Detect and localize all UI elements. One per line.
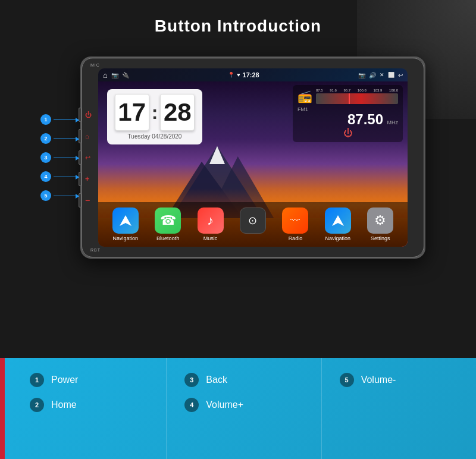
info-col-2: 3 Back 4 Volume+ [167,358,321,459]
red-strip [0,358,5,459]
clock-hours: 17 [115,94,149,131]
app-radio-label: Radio [289,235,303,241]
signal-icon: ♥ [237,72,240,78]
cam-icon: 📷 [358,72,365,78]
info-num-5: 5 [340,373,354,387]
info-row-volup: 4 Volume+ [184,398,303,412]
info-label-home: Home [51,400,77,410]
button-label-1: 1 [40,114,79,125]
app-music-label: Music [203,235,218,241]
close-icon: ✕ [380,72,384,78]
camera-icon: 📷 [111,72,118,78]
info-row-home: 2 Home [30,398,148,412]
info-col-3: 5 Volume- [322,358,476,459]
app-navigation-1[interactable]: Navigation [112,208,139,241]
clock-widget: 17 : 28 Tuesday 04/28/2020 [107,89,202,144]
info-num-4: 4 [184,398,199,412]
info-row-back: 3 Back [184,373,303,387]
app-music[interactable]: ♪ Music [198,208,224,241]
mic-label: MIC [90,63,100,67]
radio-label: FM1 [298,106,308,112]
clock-colon: : [152,102,158,124]
back-icon: ↩ [398,72,403,78]
app-apps[interactable]: ⊙ · [240,208,266,241]
app-radio[interactable]: 〰 Radio [282,208,308,241]
radio-station-icon: 📻 [298,89,312,103]
app-navigation-2[interactable]: Navigation [325,208,351,241]
car-radio: MIC RBT ⏻ ⌂ ↩ + − ⌂ 📷 [80,56,425,259]
app-bluetooth[interactable]: ☎ Bluetooth [155,208,181,241]
radio-widget: 📻 87.591.695.7100.8103.9108.0 FM1 87.50 [293,85,403,142]
info-num-2: 2 [30,398,44,412]
status-bar: ⌂ 📷 🔌 📍 ♥ 17:28 📷 🔊 ✕ ⬜ ↩ [98,68,408,81]
info-row-voldown: 5 Volume- [340,373,458,387]
status-time: 17:28 [243,71,259,78]
button-label-4: 4 [40,171,79,182]
app-grid: Navigation ☎ Bluetooth ♪ Music ⊙ [98,202,408,247]
info-label-volup: Volume+ [206,400,243,410]
info-label-voldown: Volume- [361,375,396,385]
radio-scale: 87.591.695.7100.8103.9108.0 [316,89,398,92]
page-title: Button Introduction [0,0,476,48]
info-section: 1 Power 2 Home 3 Back 4 Volume+ 5 Volume… [0,358,476,459]
app-nav-2-label: Navigation [325,235,351,241]
app-bluetooth-label: Bluetooth [156,235,179,241]
button-label-3: 3 [40,152,79,163]
info-num-3: 3 [184,373,199,387]
window-icon: ⬜ [388,72,394,78]
svg-marker-4 [120,215,131,226]
app-settings-label: Settings [371,235,390,241]
usb-icon: 🔌 [122,72,129,78]
info-label-power: Power [51,375,78,385]
device-wrapper: 1 2 3 4 5 [30,48,446,268]
radio-bar [316,93,398,104]
svg-marker-5 [332,215,344,226]
rbt-label: RBT [90,248,101,252]
radio-unit: MHz [387,120,399,125]
radio-frequency: 87.50 [347,111,383,127]
location-icon: 📍 [228,72,234,78]
app-nav-1-label: Navigation [112,235,138,241]
clock-date: Tuesday 04/28/2020 [114,133,195,140]
info-col-1: 1 Power 2 Home [0,358,167,459]
app-settings[interactable]: ⚙ Settings [367,208,393,241]
button-label-2: 2 [40,133,79,144]
clock-minutes: 28 [160,94,195,131]
info-label-back: Back [206,375,227,385]
info-row-power: 1 Power [30,373,148,387]
device-screen: ⌂ 📷 🔌 📍 ♥ 17:28 📷 🔊 ✕ ⬜ ↩ [98,68,408,247]
home-icon: ⌂ [103,71,108,80]
radio-power-icon[interactable]: ⏻ [298,128,398,139]
volume-icon: 🔊 [369,72,376,78]
info-num-1: 1 [30,373,44,387]
button-label-5: 5 [40,190,79,201]
